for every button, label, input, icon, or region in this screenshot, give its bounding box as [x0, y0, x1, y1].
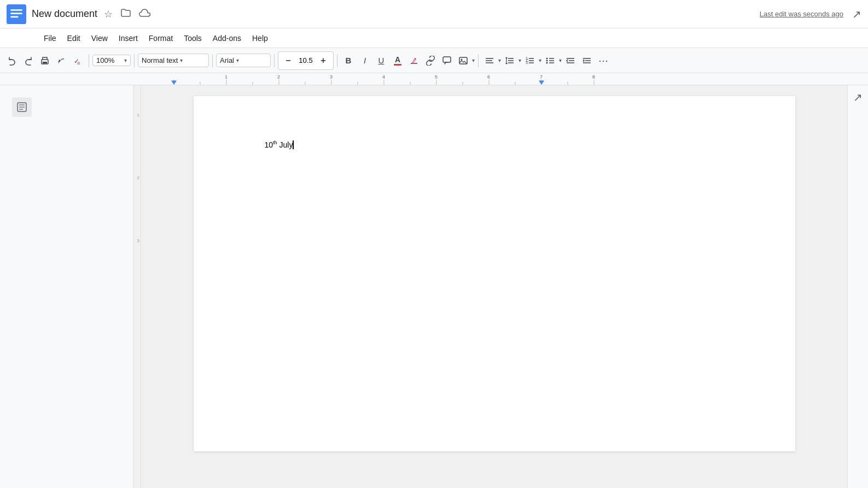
zoom-arrow: ▾: [124, 57, 127, 63]
font-select[interactable]: Arial ▾: [216, 54, 271, 67]
main-area: 1 2 3 10th July ↗: [0, 85, 868, 488]
menu-format[interactable]: Format: [143, 32, 178, 45]
font-size-control: − 10.5 +: [278, 51, 334, 70]
svg-text:a: a: [77, 60, 80, 66]
menu-addons[interactable]: Add-ons: [207, 32, 247, 45]
cursor: [293, 140, 294, 149]
increase-font-size-button[interactable]: +: [316, 53, 331, 68]
doc-superscript: th: [273, 140, 277, 145]
doc-text-after: July: [277, 140, 293, 149]
text-color-button[interactable]: A: [390, 52, 405, 69]
sidebar: 1 2 3: [0, 85, 141, 488]
svg-point-10: [461, 58, 463, 60]
right-panel: ↗: [847, 85, 868, 488]
menu-edit[interactable]: Edit: [62, 32, 86, 45]
zoom-value: 100%: [96, 56, 114, 64]
numbered-list-button[interactable]: 1.2.3.: [522, 52, 538, 69]
menu-tools[interactable]: Tools: [178, 32, 207, 45]
more-options-button[interactable]: ⋯: [596, 52, 611, 69]
svg-point-23: [546, 57, 548, 59]
svg-rect-1: [10, 9, 22, 11]
style-value: Normal text: [142, 56, 178, 64]
image-button[interactable]: [456, 52, 471, 69]
bullet-list-button[interactable]: [543, 52, 558, 69]
document-content[interactable]: 10th July: [265, 140, 724, 358]
decrease-font-size-button[interactable]: −: [281, 53, 296, 68]
redo-button[interactable]: [21, 52, 36, 69]
explore-icon[interactable]: ↗: [853, 91, 863, 104]
title-bar: New document ☆ Last edit was seconds ago…: [0, 0, 868, 28]
style-select[interactable]: Normal text ▾: [138, 54, 209, 67]
highlight-button[interactable]: [406, 52, 422, 69]
top-right-panel: ↗: [852, 8, 861, 21]
menu-help[interactable]: Help: [247, 32, 273, 45]
toolbar-separator-2: [134, 54, 135, 67]
star-icon[interactable]: ☆: [104, 8, 113, 20]
svg-text:3.: 3.: [526, 61, 529, 64]
title-icons: ☆: [102, 8, 153, 21]
trend-icon[interactable]: ↗: [852, 8, 861, 20]
svg-rect-8: [443, 57, 451, 62]
text-color-icon: A: [394, 56, 401, 66]
comment-button[interactable]: [439, 52, 455, 69]
decrease-indent-button[interactable]: [563, 52, 578, 69]
menu-file[interactable]: File: [38, 32, 62, 45]
document-page[interactable]: 10th July: [194, 96, 795, 451]
numbered-list-arrow[interactable]: ▾: [539, 57, 541, 63]
align-arrow[interactable]: ▾: [498, 57, 501, 63]
svg-point-25: [546, 60, 548, 61]
zoom-select[interactable]: 100% ▾: [92, 55, 131, 66]
bullet-list-arrow[interactable]: ▾: [559, 57, 562, 63]
ruler-mark-3: 3: [133, 238, 141, 243]
svg-rect-2: [10, 13, 22, 14]
doc-text-main: 10: [265, 140, 273, 149]
bold-button[interactable]: B: [341, 52, 356, 69]
font-arrow: ▾: [236, 57, 239, 63]
ruler-mark-2: 2: [133, 175, 141, 180]
toolbar-separator-5: [337, 54, 337, 67]
toolbar-separator-1: [89, 54, 89, 67]
menu-bar: File Edit View Insert Format Tools Add-o…: [0, 28, 868, 48]
style-arrow: ▾: [180, 57, 183, 63]
folder-icon[interactable]: [120, 8, 131, 21]
ruler: [0, 73, 868, 85]
font-size-value[interactable]: 10.5: [298, 56, 313, 64]
doc-title[interactable]: New document: [32, 8, 97, 20]
svg-rect-5: [43, 62, 47, 63]
cloud-icon[interactable]: [139, 9, 151, 20]
toolbar-separator-4: [274, 54, 275, 67]
line-spacing-arrow[interactable]: ▾: [519, 57, 521, 63]
align-button[interactable]: [482, 52, 497, 69]
toolbar-separator-6: [478, 54, 479, 67]
outline-icon[interactable]: [12, 97, 32, 117]
page-area[interactable]: 10th July: [141, 85, 847, 488]
menu-view[interactable]: View: [86, 32, 113, 45]
app-logo: [7, 4, 26, 24]
line-spacing-button[interactable]: [502, 52, 517, 69]
ruler-mark-1: 1: [133, 113, 141, 117]
spellcheck-button[interactable]: ✓a: [70, 52, 85, 69]
ruler-canvas: [0, 73, 868, 85]
svg-rect-3: [10, 16, 18, 17]
print-button[interactable]: [37, 52, 53, 69]
last-edit[interactable]: Last edit was seconds ago: [760, 10, 843, 18]
vertical-ruler: 1 2 3: [133, 85, 141, 488]
toolbar: ✓a 100% ▾ Normal text ▾ Arial ▾ − 10.5 +…: [0, 48, 868, 73]
underline-button[interactable]: U: [374, 52, 389, 69]
menu-insert[interactable]: Insert: [113, 32, 143, 45]
italic-button[interactable]: I: [357, 52, 372, 69]
undo-button[interactable]: [4, 52, 20, 69]
link-button[interactable]: [423, 52, 438, 69]
paint-format-button[interactable]: [54, 52, 69, 69]
increase-indent-button[interactable]: [579, 52, 595, 69]
toolbar-separator-3: [212, 54, 213, 67]
image-arrow[interactable]: ▾: [472, 57, 475, 63]
svg-point-27: [546, 62, 548, 63]
font-value: Arial: [220, 56, 234, 64]
